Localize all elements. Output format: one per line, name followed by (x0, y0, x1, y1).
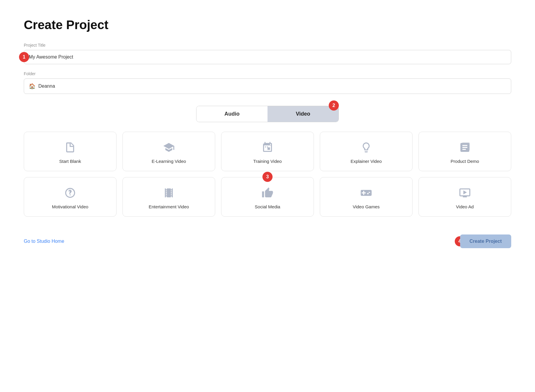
explainer-icon (360, 141, 372, 153)
footer: Go to Studio Home 4 Create Project (24, 234, 511, 248)
tab-video[interactable]: Video (268, 106, 339, 122)
card-label-video-ad: Video Ad (456, 204, 474, 209)
card-label-entertainment: Entertainment Video (149, 204, 189, 209)
product-demo-icon (459, 141, 471, 153)
step-badge-3: 3 (262, 172, 273, 182)
card-video-games[interactable]: Video Games (320, 177, 413, 217)
page-title: Create Project (24, 18, 511, 32)
elearning-icon (163, 141, 175, 153)
motivational-icon (64, 187, 76, 199)
training-icon (262, 141, 273, 153)
card-label-motivational: Motivational Video (52, 204, 88, 209)
blank-icon (64, 141, 76, 153)
tab-audio[interactable]: Audio (196, 106, 268, 122)
card-grid-row2: 3 Motivational Video Entertainment Video… (24, 177, 511, 217)
card-label-social-media: Social Media (255, 204, 280, 209)
card-label-training: Training Video (253, 159, 282, 164)
home-icon: 🏠 (29, 83, 35, 89)
folder-label: Folder (24, 71, 511, 76)
card-start-blank[interactable]: Start Blank (24, 132, 117, 171)
card-label-video-games: Video Games (353, 204, 380, 209)
step-badge-1: 1 (19, 52, 29, 62)
go-to-studio-home-link[interactable]: Go to Studio Home (24, 239, 64, 244)
tabs-section: 2 Audio Video (24, 106, 511, 122)
card-training-video[interactable]: Training Video (221, 132, 314, 171)
card-entertainment-video[interactable]: Entertainment Video (122, 177, 215, 217)
card-motivational-video[interactable]: Motivational Video (24, 177, 117, 217)
entertainment-icon (163, 187, 175, 199)
social-media-icon (262, 187, 273, 199)
create-button-wrapper: 4 Create Project (460, 234, 512, 248)
card-label-product-demo: Product Demo (451, 159, 479, 164)
card-elearning-video[interactable]: E-Learning Video (122, 132, 215, 171)
card-product-demo[interactable]: Product Demo (418, 132, 511, 171)
card-label-explainer: Explainer Video (351, 159, 382, 164)
project-title-input[interactable] (24, 50, 511, 64)
step-badge-2: 2 (329, 100, 339, 111)
tabs-container: Audio Video (196, 106, 339, 122)
create-project-button[interactable]: Create Project (460, 234, 512, 248)
card-label-elearning: E-Learning Video (152, 159, 186, 164)
project-title-label: Project Title (24, 43, 511, 48)
video-games-icon (360, 187, 372, 199)
folder-input[interactable]: 🏠 Deanna (24, 78, 511, 94)
folder-value: Deanna (38, 84, 55, 89)
card-social-media[interactable]: Social Media (221, 177, 314, 217)
card-grid-row1: Start Blank E-Learning Video Training Vi… (24, 132, 511, 171)
video-ad-icon (459, 187, 471, 199)
card-label-start-blank: Start Blank (59, 159, 81, 164)
card-explainer-video[interactable]: Explainer Video (320, 132, 413, 171)
card-video-ad[interactable]: Video Ad (418, 177, 511, 217)
